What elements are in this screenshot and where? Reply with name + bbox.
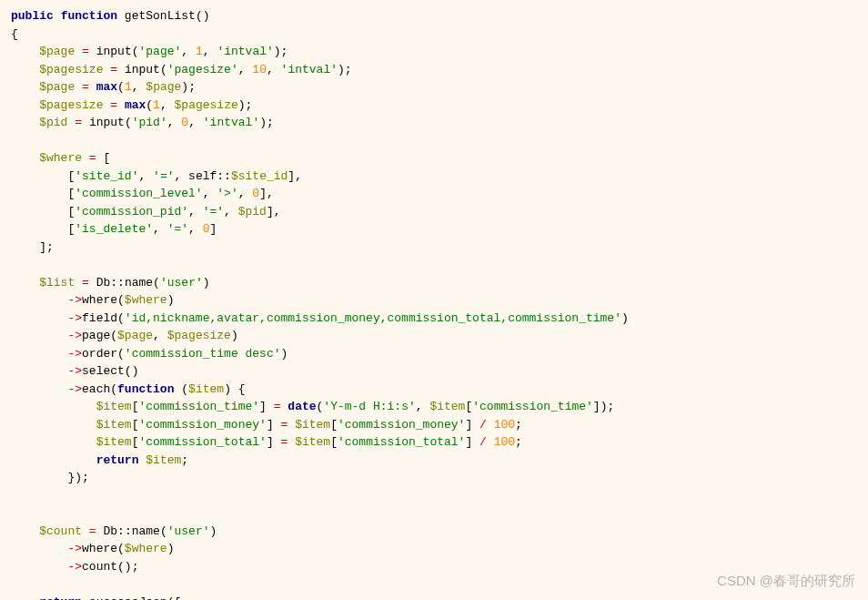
- bracket: [: [103, 151, 110, 165]
- number: 0: [252, 187, 259, 200]
- fn-where: where: [82, 542, 117, 555]
- fn-name: name: [132, 524, 160, 538]
- bracket: [: [330, 418, 338, 432]
- number: 10: [252, 63, 267, 76]
- paren: (: [117, 80, 125, 94]
- class-db: Db: [96, 276, 111, 290]
- bracket: ]: [210, 222, 217, 236]
- scope: self::: [188, 169, 231, 183]
- paren: ): [167, 542, 175, 555]
- paren: (: [117, 311, 125, 325]
- bracket: ],: [267, 205, 281, 219]
- comma: ,: [153, 329, 160, 342]
- op-assign: =: [274, 400, 281, 413]
- var: $page: [146, 80, 181, 94]
- bracket: ],: [259, 187, 274, 200]
- bracket: ]: [465, 435, 472, 449]
- var-page: $page: [39, 80, 75, 94]
- number: 0: [203, 222, 210, 236]
- paren: (: [110, 329, 117, 342]
- fn-input: input: [89, 116, 125, 129]
- var-where: $where: [39, 151, 82, 165]
- string: 'commission_pid': [75, 205, 188, 219]
- var: $pagesize: [167, 329, 231, 342]
- arrow-op: ->: [67, 560, 82, 574]
- string: 'commission_total': [138, 435, 266, 449]
- class-db: Db: [103, 524, 117, 538]
- paren: ();: [117, 560, 138, 574]
- paren: ([: [167, 595, 182, 601]
- paren: ): [167, 293, 175, 307]
- number: 100: [494, 418, 515, 432]
- string: 'site_id': [75, 169, 138, 183]
- paren: (): [125, 364, 139, 378]
- var-list: $list: [39, 276, 75, 290]
- fn-order: order: [82, 347, 117, 361]
- var: $item: [96, 435, 132, 449]
- string: '=': [167, 222, 188, 236]
- paren: (: [117, 542, 125, 555]
- arrow-op: ->: [67, 293, 82, 307]
- op-assign: =: [110, 63, 117, 76]
- op-assign: =: [82, 45, 89, 58]
- fn-field: field: [82, 311, 117, 325]
- paren: ): [621, 311, 629, 325]
- op-assign: =: [89, 151, 96, 165]
- comma: ,: [238, 63, 246, 76]
- comma: ,: [174, 169, 181, 183]
- paren: );: [259, 116, 274, 129]
- bracket: ]: [259, 400, 267, 413]
- fn-max: max: [125, 98, 146, 112]
- var: $pagesize: [175, 98, 238, 112]
- paren: );: [181, 80, 196, 94]
- string: 'page': [139, 45, 182, 58]
- paren: (: [160, 524, 167, 538]
- fn-date: date: [288, 400, 316, 413]
- paren: (: [117, 347, 125, 361]
- comma: ,: [167, 116, 175, 129]
- string: 'commission_money': [138, 418, 266, 432]
- comma: ,: [224, 205, 231, 219]
- arrow-op: ->: [67, 542, 82, 555]
- string: '=': [203, 205, 224, 219]
- var: $item: [96, 400, 132, 413]
- string: 'id,nickname,avatar,commission_money,com…: [125, 311, 621, 325]
- bracket: ]: [267, 435, 274, 449]
- semicolon: ;: [515, 435, 522, 449]
- string: 'commission_time desc': [125, 347, 281, 361]
- number: 1: [125, 80, 132, 94]
- comma: ,: [188, 205, 196, 219]
- var: $item: [146, 453, 181, 467]
- fn-count: count: [82, 560, 117, 574]
- semicolon: ;: [181, 453, 188, 467]
- brace: {: [11, 27, 18, 41]
- paren: (: [153, 276, 160, 290]
- arrow-op: ->: [67, 311, 82, 325]
- op-assign: =: [281, 435, 288, 449]
- bracket: ],: [288, 169, 302, 183]
- var: $where: [125, 542, 167, 555]
- keyword-return: return: [39, 595, 82, 601]
- string: 'intval': [203, 116, 259, 129]
- paren: ): [281, 347, 288, 361]
- paren: );: [338, 63, 352, 76]
- fn-each: each: [82, 382, 110, 396]
- string: 'commission_level': [75, 187, 202, 200]
- string: 'commission_time': [472, 400, 593, 413]
- op-div: /: [479, 418, 487, 432]
- bracket: [: [330, 435, 338, 449]
- prop: $site_id: [231, 169, 288, 183]
- function-name: getSonList: [125, 9, 196, 23]
- comma: ,: [160, 98, 167, 112]
- string: 'intval': [217, 45, 273, 58]
- keyword-public: public: [11, 9, 54, 23]
- op-div: /: [479, 435, 487, 449]
- var-pid: $pid: [39, 116, 67, 129]
- string: 'commission_time': [138, 400, 259, 413]
- paren: (: [125, 116, 132, 129]
- number: 1: [196, 45, 203, 58]
- op-assign: =: [75, 116, 82, 129]
- string: '>': [217, 187, 237, 200]
- number: 100: [494, 435, 515, 449]
- string: 'pagesize': [167, 63, 238, 76]
